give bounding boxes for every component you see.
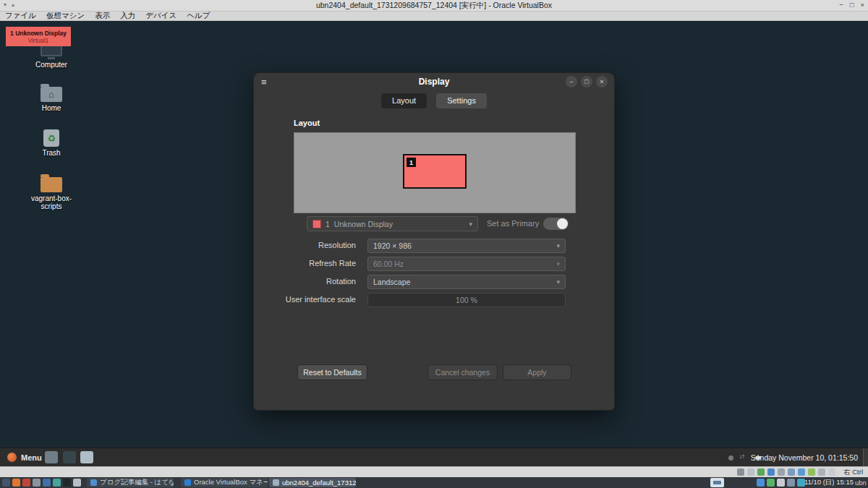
vbox-titlebar[interactable]: ▾ ▴ ubn2404_default_1731209684757_12404 … [0,0,868,12]
virtualbox-vm-window: ▾ ▴ ubn2404_default_1731209684757_12404 … [0,0,868,488]
resolution-label: Resolution [254,241,362,249]
display-status-icon[interactable] [798,468,805,476]
ui-scale-row: User interface scale 100 % [254,293,566,307]
menu-file[interactable]: ファイル [5,11,36,21]
monitor-number-badge: 1 [407,158,416,167]
refresh-rate-label: Refresh Rate [254,259,362,267]
taskbar-window-blog[interactable]: ブログ記事編集 - はてなブロ... [87,478,174,487]
settings-icon[interactable] [73,479,81,487]
taskbar-window-vm[interactable]: ubn2404_default_17312096... [269,478,356,487]
dialog-title: Display [254,77,614,87]
show-desktop-icon[interactable] [2,479,10,487]
taskbar-overflow-window[interactable]: ubn [855,477,867,488]
desktop-icon-home[interactable]: ⌂ Home [26,83,77,112]
distro-logo-icon [7,453,17,462]
tray-icon-1[interactable] [757,479,765,487]
dialog-close-button[interactable]: × [596,76,608,87]
chat-icon[interactable] [53,479,61,487]
editor-icon[interactable] [43,479,51,487]
show-desktop-button[interactable] [863,448,868,466]
reset-to-defaults-button[interactable]: Reset to Defaults [297,364,367,380]
host-clock[interactable]: 11/10 (日) 15:15 [804,477,854,488]
chevron-down-icon: ▾ [556,260,560,267]
layout-section-label: Layout [294,119,320,127]
host-taskbar: ブログ記事編集 - はてなブロ... Oracle VirtualBox マネー… [0,477,868,488]
host-terminal-icon[interactable] [63,479,71,487]
notification-icon[interactable] [728,455,733,461]
menu-input[interactable]: 入力 [120,11,135,21]
desktop-icon-trash[interactable]: ♻ Trash [26,128,77,157]
menu-view[interactable]: 表示 [95,11,110,21]
set-as-primary-toggle[interactable] [543,218,569,230]
home-folder-icon: ⌂ [41,87,62,102]
image-viewer-icon[interactable] [80,451,93,463]
host-key-indicator: 右 Ctrl [843,468,863,477]
tab-settings[interactable]: Settings [436,93,487,108]
chevron-down-icon: ▾ [556,278,560,286]
tray-icon-2[interactable] [767,479,775,487]
hdd-status-icon[interactable] [737,468,744,476]
vbox-menubar: ファイル 仮想マシン 表示 入力 デバイス ヘルプ [0,12,868,21]
tray-icon-4[interactable] [787,479,795,487]
guest-desktop[interactable]: 1 Unknown Display Virtual1 Computer ⌂ Ho… [0,21,868,466]
dialog-minimize-button[interactable]: − [566,76,577,87]
refresh-rate-row: Refresh Rate 60.00 Hz ▾ [254,257,566,271]
dialog-maximize-button[interactable]: □ [581,76,592,87]
shared-folders-status-icon[interactable] [788,468,795,476]
menu-machine[interactable]: 仮想マシン [46,11,85,21]
tray-icon-3[interactable] [777,479,785,487]
panel-menu-button[interactable]: Menu [0,448,49,466]
monitor-select-dropdown[interactable]: 1 Unknown Display ▾ [307,216,478,231]
apply-button[interactable]: Apply [503,364,571,380]
dialog-tabs: Layout Settings [254,93,614,108]
monitor-thumbnail[interactable]: 1 [403,154,467,189]
taskbar-window-vbox-manager[interactable]: Oracle VirtualBox マネージ... [181,478,268,487]
set-as-primary-label: Set as Primary [487,219,539,228]
network-icon[interactable]: ↓↑ [739,453,744,460]
firefox-icon[interactable] [12,479,20,487]
cancel-changes-button[interactable]: Cancel changes [427,364,498,380]
monitor-select-name: Unknown Display [334,220,465,228]
audio-status-icon[interactable] [757,468,765,476]
tab-layout[interactable]: Layout [381,93,427,108]
features-status-icon[interactable] [818,468,825,476]
vbox-statusbar: 右 Ctrl [0,466,868,477]
monitor-layout-preview[interactable]: 1 [294,132,576,213]
mouse-integration-icon[interactable] [828,468,835,476]
recording-status-icon[interactable] [808,468,815,476]
network-status-icon[interactable] [767,468,775,476]
ui-scale-label: User interface scale [254,295,362,304]
maximize-button[interactable]: □ [850,1,854,9]
menu-devices[interactable]: デバイス [145,11,176,21]
terminal-icon[interactable] [63,451,76,463]
guest-clock[interactable]: Sunday November 10, 01:15:50 [751,448,858,466]
input-method-icon[interactable] [710,478,724,487]
chevron-down-icon: ▾ [556,242,560,249]
ui-scale-control[interactable]: 100 % [367,293,566,307]
resolution-dropdown[interactable]: 1920 × 986 ▾ [367,239,566,253]
browser-window-icon [90,479,97,486]
refresh-rate-dropdown[interactable]: 60.00 Hz ▾ [367,257,566,271]
resolution-row: Resolution 1920 × 986 ▾ [254,239,566,253]
optical-status-icon[interactable] [747,468,754,476]
menu-help[interactable]: ヘルプ [187,11,210,21]
monitor-color-swatch [312,220,321,228]
virtualbox-icon [184,479,191,486]
minimize-button[interactable]: − [839,1,843,9]
display-identity-badge: 1 Unknown Display Virtual1 [6,27,71,46]
trash-icon: ♻ [43,129,59,147]
badge-output-name: Virtual1 [28,37,49,44]
vm-screen-icon [273,479,279,486]
rotation-dropdown[interactable]: Landscape ▾ [367,275,566,289]
rotation-row: Rotation Landscape ▾ [254,275,566,289]
monitor-select-number: 1 [326,220,330,228]
folder-icon [41,177,62,192]
mail-icon[interactable] [22,479,30,487]
files-icon[interactable] [33,479,41,487]
usb-status-icon[interactable] [778,468,785,476]
close-button[interactable]: × [860,1,864,9]
desktop-icon-vagrant-box-scripts[interactable]: vagrant-box-scripts [26,174,77,210]
display-dialog: ≡ Display − □ × Layout Settings Layout 1… [253,72,615,411]
toggle-knob [557,218,568,229]
file-manager-icon[interactable] [45,451,58,463]
